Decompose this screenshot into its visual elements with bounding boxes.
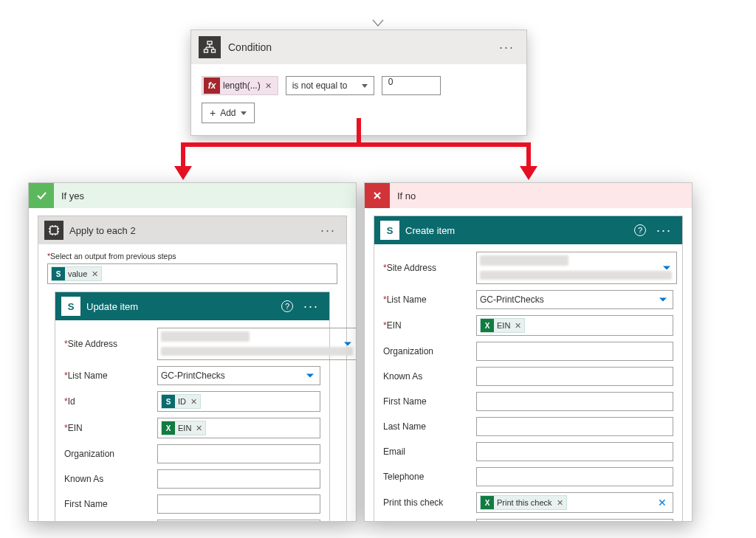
update-item-title: Update item: [86, 301, 275, 312]
check-icon: [29, 183, 54, 208]
condition-operator-select[interactable]: is not equal to: [286, 76, 374, 95]
update-more-icon[interactable]: ···: [299, 299, 323, 314]
remove-expression-icon[interactable]: ✕: [265, 81, 272, 91]
condition-body: fx length(...) ✕ is not equal to 0 + Add: [191, 64, 526, 135]
condition-title: Condition: [228, 41, 495, 53]
telephone-input[interactable]: [476, 467, 673, 486]
condition-card: Condition ··· fx length(...) ✕ is not eq…: [190, 30, 527, 136]
update-item-header[interactable]: S Update item ? ···: [55, 292, 329, 320]
id-input[interactable]: SID✕: [157, 391, 320, 412]
help-icon[interactable]: ?: [281, 300, 293, 312]
select-output-input[interactable]: Svalue✕: [47, 263, 337, 284]
condition-value-input[interactable]: 0: [382, 76, 441, 95]
condition-add-button[interactable]: + Add: [202, 103, 255, 123]
last-name-input[interactable]: [157, 520, 320, 522]
if-no-title: If no: [397, 190, 416, 201]
chevron-down-icon: [344, 342, 351, 346]
chevron-down-icon: [306, 374, 314, 378]
ein-input[interactable]: XEIN✕: [157, 418, 320, 438]
apply-to-each-title: Apply to each 2: [69, 225, 310, 236]
condition-expression-row: fx length(...) ✕ is not equal to 0: [202, 76, 516, 95]
chevron-down-icon: [241, 111, 247, 115]
if-no-branch: If no S Create item ? ··· *Site Address …: [364, 182, 693, 522]
condition-icon: [199, 36, 221, 58]
if-yes-header[interactable]: If yes: [29, 183, 356, 208]
fx-icon: fx: [204, 77, 220, 94]
sharepoint-icon: S: [61, 297, 80, 316]
first-name-input[interactable]: [157, 494, 320, 514]
apply-to-each-header[interactable]: Apply to each 2 ···: [38, 216, 346, 244]
apply-to-each-card: Apply to each 2 ··· *Select an output fr…: [38, 215, 347, 522]
create-item-title: Create item: [405, 225, 628, 236]
apply-more-icon[interactable]: ···: [316, 223, 340, 238]
site-address-input[interactable]: [476, 252, 677, 284]
print-check-input[interactable]: XPrint this check✕✕: [476, 492, 673, 513]
update-item-card: S Update item ? ··· *Site Address *List …: [55, 292, 330, 522]
known-as-input[interactable]: [157, 469, 320, 489]
create-item-header[interactable]: S Create item ? ···: [374, 216, 682, 244]
site-address-input[interactable]: [157, 328, 357, 360]
loop-icon: [44, 221, 63, 240]
token-value[interactable]: Svalue✕: [51, 266, 102, 281]
flow-entry-arrow-icon: [372, 19, 384, 30]
svg-rect-5: [205, 49, 208, 52]
token-ein: XEIN✕: [480, 318, 525, 333]
svg-marker-8: [520, 166, 537, 180]
last-name-input[interactable]: [476, 417, 673, 436]
email-input[interactable]: [476, 442, 673, 461]
token-print: XPrint this check✕: [480, 495, 567, 510]
clear-icon[interactable]: ✕: [658, 497, 667, 508]
close-icon: [365, 183, 390, 208]
first-name-input[interactable]: [476, 392, 673, 411]
if-yes-title: If yes: [61, 190, 84, 201]
condition-left-expression[interactable]: fx length(...) ✕: [202, 76, 278, 95]
organization-input[interactable]: [157, 444, 320, 463]
take-action-input[interactable]: [476, 519, 673, 522]
ein-input[interactable]: XEIN✕: [476, 315, 673, 336]
list-name-input[interactable]: GC-PrintChecks: [476, 290, 673, 309]
svg-rect-6: [212, 49, 216, 52]
create-item-card: S Create item ? ··· *Site Address *List …: [374, 215, 683, 522]
svg-marker-7: [174, 166, 192, 180]
token-id: SID✕: [161, 394, 201, 409]
chevron-down-icon: [659, 298, 667, 302]
plus-icon: +: [210, 107, 216, 119]
select-output-label: *Select an output from previous steps: [47, 252, 337, 261]
condition-more-icon[interactable]: ···: [495, 40, 519, 55]
svg-rect-9: [50, 227, 58, 234]
remove-token-icon: ✕: [92, 269, 98, 279]
if-no-header[interactable]: If no: [365, 183, 692, 208]
chevron-down-icon: [663, 266, 670, 270]
organization-input[interactable]: [476, 342, 673, 361]
help-icon[interactable]: ?: [634, 224, 646, 236]
svg-rect-0: [207, 41, 212, 44]
list-name-input[interactable]: GC-PrintChecks: [157, 366, 320, 385]
chevron-down-icon: [362, 84, 368, 88]
known-as-input[interactable]: [476, 367, 673, 386]
create-more-icon[interactable]: ···: [652, 223, 676, 238]
if-yes-branch: If yes Apply to each 2 ··· *Select an ou…: [28, 182, 357, 522]
token-ein: XEIN✕: [161, 421, 206, 435]
sharepoint-icon: S: [380, 221, 399, 240]
condition-header[interactable]: Condition ···: [191, 30, 526, 64]
